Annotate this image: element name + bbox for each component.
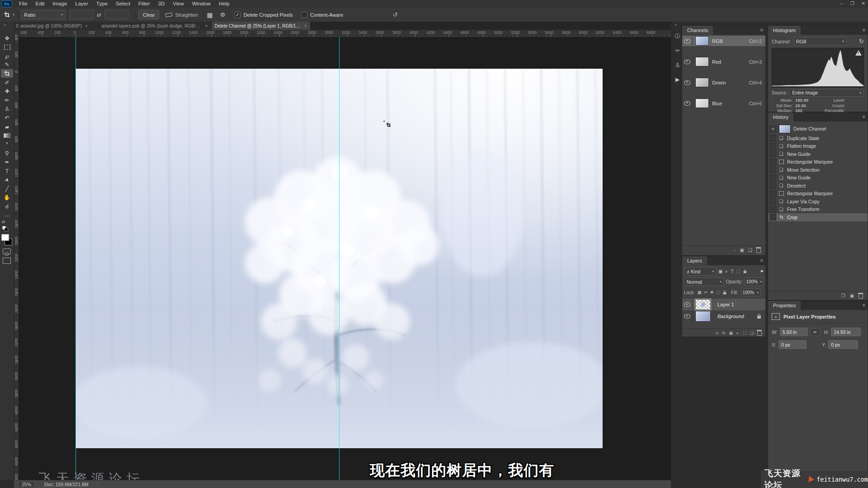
menu-item-help[interactable]: Help (215, 0, 234, 8)
minimize-button[interactable]: – (840, 0, 843, 7)
history-brush-well[interactable] (769, 214, 776, 221)
history-brush-well[interactable] (769, 182, 776, 189)
zoom-level-field[interactable]: 25% (19, 481, 34, 488)
crop-ratio-dropdown[interactable]: Ratio▾ (21, 10, 66, 19)
menu-item-view[interactable]: View (169, 0, 188, 8)
reset-tool-icon[interactable]: ↺ (393, 11, 398, 18)
menu-item-type[interactable]: Type (92, 0, 112, 8)
clone-stamp-tool[interactable]: ♙ (1, 105, 13, 113)
history-brush-well[interactable] (769, 150, 776, 157)
panel-menu-icon[interactable]: ≡ (863, 114, 865, 119)
shape-layer-filter-icon[interactable]: ⬚ (736, 269, 741, 274)
pixel-layer-filter-icon[interactable]: ▣ (718, 269, 722, 274)
maximize-button[interactable]: ❐ (850, 0, 854, 7)
status-options-chevron-icon[interactable]: 〉 (96, 482, 100, 488)
history-state[interactable]: ❏Move Selection (768, 166, 868, 174)
straighten-icon[interactable] (165, 12, 173, 17)
layer-row[interactable]: Background (682, 310, 765, 322)
crop-settings-gear-icon[interactable]: ⚙ (220, 11, 226, 18)
crop-height-input[interactable] (104, 10, 128, 19)
history-brush-well[interactable] (769, 206, 776, 213)
history-brush-well[interactable]: ⟲ (769, 126, 776, 132)
tab-close-icon[interactable]: × (205, 23, 208, 28)
layer-visibility-toggle[interactable] (682, 299, 693, 310)
eyedropper-tool[interactable]: ✐ (1, 78, 13, 87)
history-brush-well[interactable] (769, 159, 776, 165)
new-layer-icon[interactable]: ❏ (750, 331, 754, 335)
zoom-tool[interactable]: ☌ (1, 202, 13, 211)
new-channel-icon[interactable]: ❏ (748, 248, 752, 253)
histogram-channel-dropdown[interactable]: RGB▾ (793, 37, 847, 46)
panel-menu-icon[interactable]: ≡ (760, 258, 763, 263)
path-selection-tool[interactable]: ➤ (1, 176, 13, 184)
layer-visibility-toggle[interactable] (682, 310, 693, 322)
history-brush-well[interactable] (769, 166, 776, 173)
quick-selection-tool[interactable]: ✎ (1, 61, 13, 69)
guide-line[interactable] (75, 37, 76, 480)
layer-mask-icon[interactable]: ▣ (729, 331, 733, 335)
new-document-from-state-icon[interactable]: ❐ (841, 293, 845, 298)
tab-close-icon[interactable]: × (304, 23, 307, 28)
brush-settings-panel-icon[interactable]: ✑ (673, 45, 682, 56)
document-tab[interactable]: ariandel layers.psb @ 25% (bush dodge, R… (99, 22, 212, 30)
crop-width-input[interactable] (70, 10, 94, 19)
toolbar-collapse-icon[interactable]: » (4, 23, 6, 27)
history-panel-tab[interactable]: History (768, 113, 793, 122)
panel-menu-icon[interactable]: ≡ (760, 27, 763, 33)
blend-mode-dropdown[interactable]: Normal▾ (684, 277, 724, 286)
history-state[interactable]: ⟲Delete Channel (768, 123, 868, 134)
history-state[interactable]: ❏Free Transform (768, 206, 868, 214)
history-state[interactable]: ❏New Guide (768, 174, 868, 182)
line-tool[interactable]: ╱ (1, 184, 13, 193)
channel-row[interactable]: BlueCtrl+5 (682, 98, 765, 108)
canvas-pasteboard[interactable]: 飞天资源论坛 feitianwu7.com ＋ (19, 37, 671, 480)
delete-channel-icon[interactable] (756, 248, 761, 253)
width-field[interactable]: 5.93 in (780, 328, 808, 336)
opacity-dropdown[interactable]: 100%▾ (744, 277, 764, 286)
document-tab[interactable]: © ariandel.jpg @ 100% (RGB/8*)× (13, 22, 99, 30)
layer-row[interactable]: Layer 1 (682, 299, 765, 310)
guide-line[interactable] (339, 37, 340, 480)
history-state[interactable]: ❏Deselect (768, 182, 868, 190)
histogram-panel-tab[interactable]: Histogram (768, 26, 801, 35)
fill-dropdown[interactable]: 100%▾ (741, 288, 761, 296)
blur-tool[interactable]: ❜ (1, 140, 13, 149)
visibility-toggle[interactable] (682, 36, 693, 46)
layer-group-icon[interactable]: ⬚ (742, 331, 746, 335)
crop-tool[interactable] (1, 69, 13, 78)
y-field[interactable]: 0 px (828, 340, 858, 349)
lock-position-icon[interactable]: ✥ (710, 290, 714, 295)
foreground-color-swatch[interactable] (1, 234, 9, 241)
dodge-tool[interactable]: ⚲ (1, 149, 13, 158)
straighten-label[interactable]: Straighten (175, 12, 198, 18)
link-layers-icon[interactable]: ∞ (716, 331, 718, 335)
healing-brush-tool[interactable]: ✚ (1, 87, 13, 96)
lock-transparency-icon[interactable]: ▦ (698, 290, 702, 295)
channels-panel-tab[interactable]: Channels (682, 26, 713, 35)
move-tool[interactable]: ✥ (1, 34, 13, 42)
history-state[interactable]: Crop (768, 213, 868, 221)
save-selection-as-channel-icon[interactable]: ▣ (740, 248, 744, 253)
menu-item-window[interactable]: Window (188, 0, 215, 8)
visibility-toggle[interactable] (682, 77, 693, 88)
history-state[interactable]: Rectangular Marquee (768, 158, 868, 166)
clone-source-panel-icon[interactable]: ♙ (673, 60, 682, 70)
channel-row[interactable]: RedCtrl+3 (682, 56, 765, 67)
tool-preset-arrow-icon[interactable]: ▾ (13, 13, 14, 17)
pen-tool[interactable]: ✒ (1, 158, 13, 166)
actions-panel-icon[interactable]: ▶ (673, 74, 682, 85)
info-panel-icon[interactable]: ⓘ (673, 31, 682, 42)
hand-tool[interactable]: ✋ (1, 193, 13, 202)
history-state[interactable]: ❏Layer Via Copy (768, 197, 868, 206)
history-brush-well[interactable] (769, 174, 776, 181)
visibility-toggle[interactable] (682, 56, 693, 67)
menu-item-layer[interactable]: Layer (71, 0, 92, 8)
smart-object-filter-icon[interactable] (744, 271, 746, 273)
adjustment-layer-icon[interactable]: ◐ (736, 331, 739, 335)
tab-close-icon[interactable]: × (85, 23, 88, 28)
new-snapshot-icon[interactable]: ▣ (850, 293, 854, 298)
history-brush-tool[interactable]: ↶ (1, 113, 13, 122)
load-selection-icon[interactable]: ◌ (733, 248, 736, 253)
history-brush-well[interactable] (769, 143, 776, 150)
gradient-tool[interactable] (1, 131, 13, 140)
